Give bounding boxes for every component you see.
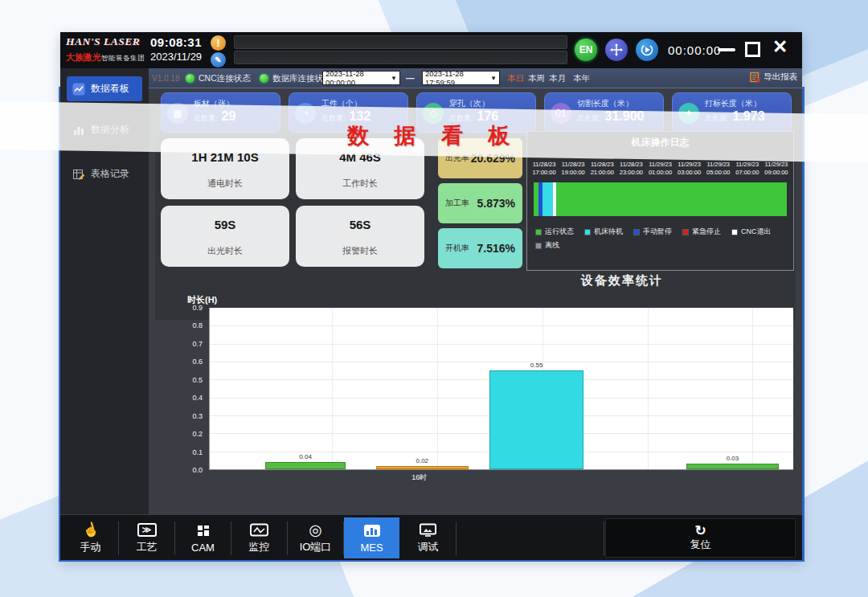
operation-log-x-axis: 11/28/2317:00:0011/28/2319:00:0011/28/23… — [530, 161, 791, 177]
bar-value-label: 0.55 — [530, 362, 543, 369]
efficiency-bar — [686, 464, 779, 469]
efficiency-bar — [265, 462, 346, 469]
oplog-x-tick: 11/28/2321:00:00 — [588, 161, 616, 177]
brand-logo: HAN'S LASER 大族激光智能装备集团 — [66, 35, 149, 63]
debug-screen-icon — [420, 523, 436, 537]
date-from-value: 2023-11-28 00:00:00 — [326, 69, 391, 87]
toolbar-separator — [604, 521, 604, 555]
legend-swatch — [682, 229, 689, 235]
reset-button[interactable]: ↻ 复位 — [605, 518, 796, 558]
efficiency-bar — [489, 370, 583, 469]
close-button[interactable]: ✕ — [772, 38, 788, 56]
y-tick-label: 0.1 — [192, 448, 203, 456]
oplog-x-tick: 11/28/2317:00:00 — [530, 161, 559, 177]
warning-icon[interactable]: ! — [211, 35, 226, 51]
toolbar-mes-button[interactable]: MES — [344, 517, 399, 558]
date-from-input[interactable]: 2023-11-28 00:00:00▼ — [322, 71, 400, 85]
oplog-x-tick: 11/29/2309:00:00 — [762, 161, 791, 177]
language-button[interactable]: EN — [575, 39, 597, 61]
gridline — [210, 308, 793, 309]
maximize-button[interactable] — [745, 42, 760, 57]
oplog-x-tick: 11/29/2303:00:00 — [675, 161, 704, 177]
sidebar-item-dashboard[interactable]: 数据看板 — [67, 76, 142, 101]
gridline — [332, 308, 333, 469]
toolbar-separator — [456, 521, 457, 555]
efficiency-chart-yticks: 0.00.10.20.30.40.50.60.70.80.9 — [178, 308, 205, 470]
rate-card-processing: 加工率 5.873% — [438, 183, 522, 223]
clock: 09:08:31 2023/11/29 — [150, 35, 202, 63]
mes-icon — [364, 525, 380, 537]
efficiency-bar — [376, 466, 469, 469]
hand-icon: ☝ — [80, 520, 101, 540]
range-tab-week[interactable]: 本周 — [528, 73, 545, 84]
y-tick-label: 0.8 — [192, 321, 203, 329]
legend-item: CNC退出 — [731, 227, 772, 237]
cycle-timer: 00:00:00 — [668, 43, 721, 57]
db-status-led — [260, 74, 268, 83]
sync-play-icon[interactable] — [636, 39, 658, 61]
legend-item: 机床待机 — [584, 227, 623, 237]
cnc-status-label: CNC连接状态 — [199, 73, 251, 84]
legend-item: 运行状态 — [535, 227, 574, 237]
toolbar-debug-button[interactable]: 调试 — [400, 517, 456, 558]
legend-swatch — [633, 229, 640, 235]
legend-swatch — [731, 229, 738, 235]
efficiency-chart-title: 设备效率统计 — [581, 273, 663, 288]
toolbar-io-button[interactable]: ◎ IO端口 — [288, 517, 343, 558]
cam-icon — [196, 524, 211, 538]
gridline — [210, 325, 793, 326]
version-label: V1.0.18 — [152, 74, 179, 83]
toolbar-cam-button[interactable]: CAM — [175, 517, 231, 558]
y-tick-label: 0.5 — [192, 376, 203, 384]
y-tick-label: 0.3 — [192, 412, 203, 420]
x-tick-label: 16时 — [411, 472, 427, 483]
gridline — [210, 362, 793, 362]
reset-icon: ↻ — [694, 524, 706, 538]
time-card-laser-on: 59S 出光时长 — [161, 206, 289, 267]
legend-swatch — [535, 243, 542, 249]
cnc-status-led — [186, 74, 194, 83]
legend-item: 离线 — [535, 240, 559, 251]
legend-swatch — [535, 229, 542, 235]
date-to-input[interactable]: 2023-11-28 17:59:59▼ — [422, 71, 500, 85]
toolbar-process-button[interactable]: ≫ 工艺 — [119, 517, 174, 558]
brand-group-cn: 智能装备集团 — [101, 54, 145, 62]
export-report-button[interactable]: 导出报表 — [750, 72, 797, 83]
y-tick-label: 0.9 — [192, 304, 203, 312]
timeline-segment — [542, 182, 553, 216]
range-tab-month[interactable]: 本月 — [549, 73, 566, 84]
legend-item: 紧急停止 — [682, 227, 721, 237]
chevron-down-icon[interactable]: ▼ — [391, 75, 397, 82]
current-time: 09:08:31 — [150, 35, 202, 49]
bar-value-label: 0.03 — [727, 455, 739, 462]
chevron-down-icon[interactable]: ▼ — [490, 75, 497, 82]
brand-logo-text: HAN'S LASER — [66, 35, 149, 48]
export-report-icon — [750, 72, 760, 83]
range-tab-today[interactable]: 本日 — [507, 73, 524, 84]
oplog-x-tick: 11/28/2323:00:00 — [616, 161, 645, 177]
gridline — [437, 308, 438, 469]
current-date: 2023/11/29 — [150, 51, 202, 63]
y-tick-label: 0.2 — [192, 430, 203, 438]
y-tick-label: 0.0 — [192, 466, 203, 474]
monitor-icon — [250, 523, 268, 537]
efficiency-chart-plot: 0.040.020.550.03 — [209, 308, 793, 470]
sidebar-item-records[interactable]: 表格记录 — [67, 162, 142, 186]
positioning-icon[interactable] — [605, 39, 628, 61]
status-message-bar-1 — [234, 35, 567, 49]
minimize-button[interactable] — [718, 48, 735, 51]
bottom-toolbar: ☝ 手动 ≫ 工艺 CAM 监控 ◎ IO端口 — [60, 514, 802, 560]
oplog-x-tick: 11/28/2319:00:00 — [559, 161, 588, 177]
toolbar-monitor-button[interactable]: 监控 — [231, 517, 287, 558]
y-tick-label: 0.4 — [192, 394, 203, 402]
gridline — [210, 344, 793, 345]
edit-icon[interactable]: ✎ — [211, 52, 226, 67]
y-tick-label: 0.6 — [192, 358, 203, 366]
toolbar-manual-button[interactable]: ☝ 手动 — [63, 517, 118, 558]
legend-item: 手动暂停 — [633, 227, 672, 237]
title-bar: HAN'S LASER 大族激光智能装备集团 09:08:31 2023/11/… — [60, 32, 802, 68]
status-message-bar-2 — [234, 51, 567, 64]
io-port-icon: ◎ — [309, 521, 322, 538]
range-tab-year[interactable]: 本年 — [573, 73, 590, 84]
window-border-bottom — [59, 560, 805, 562]
